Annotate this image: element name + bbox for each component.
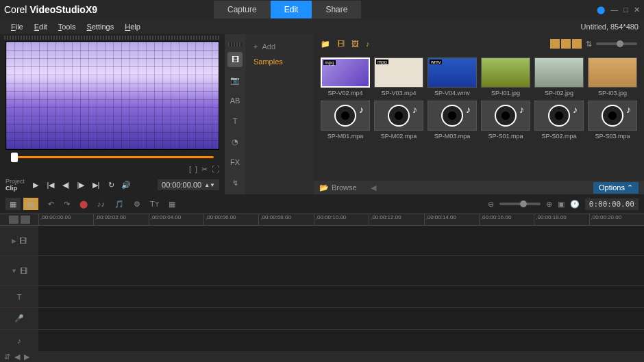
menu-file[interactable]: File (5, 21, 29, 32)
view-thumb-icon[interactable] (572, 39, 582, 49)
scroll-right-icon[interactable]: ▶ (24, 352, 29, 361)
end-icon[interactable]: ▶| (89, 178, 103, 192)
scroll-left-icon[interactable]: ◀ (14, 352, 20, 361)
record-icon[interactable]: ⬤ (79, 200, 88, 209)
path-tool-icon[interactable]: ↯ (227, 175, 243, 190)
title-tool-icon[interactable]: T (227, 114, 243, 129)
view-detail-icon[interactable] (561, 39, 571, 49)
volume-icon[interactable]: 🔊 (119, 178, 133, 192)
music-track[interactable]: ♪ (0, 330, 644, 351)
motion-icon[interactable]: ⚙ (134, 200, 140, 209)
folder-icon[interactable]: 📁 (321, 40, 330, 49)
thumb-SP-I01.jpg[interactable]: SP-I01.jpg (481, 57, 530, 96)
menu-edit[interactable]: Edit (29, 21, 53, 32)
clock-icon[interactable]: 🕐 (570, 200, 580, 209)
thumb-SP-V04.wmv[interactable]: wmvSP-V04.wmv (428, 57, 477, 96)
fullscreen-icon[interactable]: ⛶ (212, 165, 219, 174)
thumb-SP-S03.mpa[interactable]: SP-S03.mpa (588, 101, 637, 140)
instant-tool-icon[interactable]: 📷 (227, 73, 243, 88)
video-track[interactable]: ▶🎞 (0, 226, 644, 256)
voice-track[interactable]: 🎤 (0, 308, 644, 330)
options-button[interactable]: Options ⌃ (593, 182, 639, 194)
thumb-SP-I02.jpg[interactable]: SP-I02.jpg (534, 57, 584, 96)
library-footer: 📂 Browse ◀ Options ⌃ (314, 181, 644, 194)
prev-frame-icon[interactable]: ◀| (59, 178, 73, 192)
scroll-left-icon[interactable]: ◀ (371, 183, 376, 192)
mark-out-icon[interactable]: ] (195, 165, 197, 174)
menu-settings[interactable]: Settings (81, 21, 119, 32)
start-icon[interactable]: |◀ (44, 178, 58, 192)
preview-timecode[interactable]: 00:00:00.00▲▼ (158, 179, 219, 190)
view-list-icon[interactable] (550, 39, 560, 49)
subtitle-icon[interactable]: Tᴛ (150, 200, 159, 209)
ruler-tick: ,00:00:10.00 (314, 214, 369, 225)
scrubber[interactable] (11, 153, 214, 162)
video-preview[interactable] (5, 41, 219, 150)
filter-photo-icon[interactable]: 🖼 (351, 40, 359, 48)
zoom-in-icon[interactable]: ⊕ (546, 200, 552, 209)
thumb-SP-M01.mpa[interactable]: SP-M01.mpa (321, 101, 370, 140)
thumb-SP-V02.mp4[interactable]: mpgSP-V02.mp4 (321, 57, 370, 96)
filter-tool-icon[interactable]: FX (227, 155, 243, 170)
scrubber-handle[interactable] (11, 153, 18, 162)
thumb-SP-M03.mpa[interactable]: SP-M03.mpa (428, 101, 477, 140)
tab-share[interactable]: Share (312, 1, 361, 18)
zoom-out-icon[interactable]: ⊖ (488, 200, 494, 209)
next-frame-icon[interactable]: |▶ (74, 178, 88, 192)
filter-video-icon[interactable]: 🎞 (337, 40, 345, 48)
thumb-SP-S02.mpa[interactable]: SP-S02.mpa (534, 101, 584, 140)
redo-icon[interactable]: ↷ (64, 200, 70, 209)
loop-icon[interactable]: ↻ (104, 178, 118, 192)
sort-icon[interactable]: ⇅ (586, 40, 592, 49)
panel-grip[interactable] (4, 36, 221, 40)
window-controls: ⬤ — □ ✕ (597, 5, 640, 14)
ruler-tick: ,00:00:04.00 (149, 214, 203, 225)
play-icon[interactable]: ▶ (29, 178, 42, 192)
title-track-icon: T (17, 293, 22, 301)
auto-music-icon[interactable]: 🎵 (114, 200, 124, 209)
help-icon[interactable]: ⬤ (597, 5, 605, 14)
tab-edit[interactable]: Edit (271, 1, 312, 18)
menu-help[interactable]: Help (119, 21, 146, 32)
add-folder-button[interactable]: + Add (251, 40, 308, 53)
folder-samples[interactable]: Samples (251, 53, 308, 70)
thumb-SP-S01.mpa[interactable]: SP-S01.mpa (481, 101, 530, 140)
browse-button[interactable]: 📂 Browse (319, 183, 357, 192)
collapse-icon[interactable]: ⇵ (4, 352, 10, 361)
graphic-tool-icon[interactable]: ◔ (227, 134, 243, 149)
menu-tools[interactable]: Tools (53, 21, 82, 32)
split-icon[interactable]: ✂ (201, 165, 208, 174)
fit-icon[interactable]: ▣ (558, 200, 565, 209)
ruler-icon-1[interactable] (9, 216, 18, 224)
ruler-tick: ,00:00:08.00 (258, 214, 313, 225)
zoom-slider[interactable] (499, 203, 541, 205)
undo-icon[interactable]: ↶ (48, 200, 54, 209)
tab-capture[interactable]: Capture (214, 1, 271, 18)
overlay-track-icon: 🎞 (20, 267, 27, 275)
filter-audio-icon[interactable]: ♪ (366, 40, 370, 48)
expand-icon[interactable]: ▶ (12, 237, 16, 244)
minimize-icon[interactable]: — (610, 5, 618, 14)
overlay-track[interactable]: ▼🎞 (0, 256, 644, 286)
multi-view-icon[interactable]: ▦ (169, 200, 175, 209)
storyboard-mode-icon[interactable]: ▦ (5, 198, 21, 210)
thumb-SP-I03.jpg[interactable]: SP-I03.jpg (588, 57, 637, 96)
menubar: File Edit Tools Settings Help Untitled, … (0, 19, 644, 34)
thumb-SP-V03.mp4[interactable]: mpgSP-V03.mp4 (374, 57, 423, 96)
close-icon[interactable]: ✕ (634, 5, 640, 14)
mark-in-icon[interactable]: [ (189, 165, 191, 174)
timeline-ruler[interactable]: ,00:00:00.00,00:00:02.00,00:00:04.00,00:… (0, 214, 644, 226)
expand-icon[interactable]: ▼ (11, 268, 17, 274)
ruler-icon-2[interactable] (21, 216, 30, 224)
thumb-SP-M02.mpa[interactable]: SP-M02.mpa (374, 101, 423, 140)
maximize-icon[interactable]: □ (623, 5, 628, 14)
timeline-timecode[interactable]: 0:00:00.00 (585, 198, 639, 210)
music-track-icon: ♪ (17, 337, 21, 345)
ruler-head (0, 214, 38, 225)
thumb-size-slider[interactable] (596, 42, 637, 45)
title-track[interactable]: T (0, 286, 644, 308)
timeline-mode-icon[interactable]: ▤ (23, 198, 38, 210)
media-tool-icon[interactable]: 🎞 (227, 52, 243, 67)
transition-tool-icon[interactable]: AB (227, 93, 243, 108)
audio-mixer-icon[interactable]: ♪♪ (97, 200, 105, 208)
